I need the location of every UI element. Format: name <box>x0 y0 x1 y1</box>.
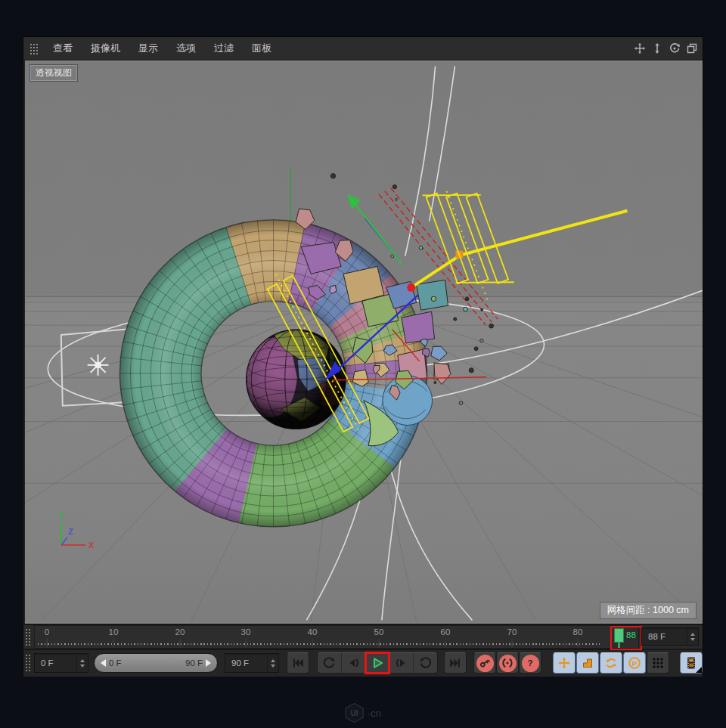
goto-end-icon <box>448 656 462 670</box>
tick-label: 0 <box>45 627 49 637</box>
watermark: UI ·cn <box>0 703 726 723</box>
timeline-ruler[interactable]: 0 10 20 30 40 50 60 70 80 88 <box>34 625 639 649</box>
transport-bar: 0 F 0 F 90 F 90 F <box>23 650 703 677</box>
watermark-badge: UI <box>346 704 364 722</box>
pan-view-icon[interactable] <box>634 42 646 54</box>
goto-start-icon <box>291 656 305 670</box>
playhead-frame-number: 88 <box>626 630 636 640</box>
menu-filter[interactable]: 过滤 <box>205 42 243 55</box>
range-right-arrow-icon[interactable] <box>206 659 211 667</box>
tick-label: 60 <box>441 627 451 637</box>
autokey-icon <box>501 656 514 670</box>
sphere-object[interactable] <box>247 330 346 429</box>
record-keyframe-button[interactable] <box>473 652 496 674</box>
viewport-panel-window: 查看 摄像机 显示 选项 过滤 面板 <box>23 36 703 675</box>
svg-text:P: P <box>632 659 638 668</box>
current-frame-value: 88 F <box>642 632 687 641</box>
play-button[interactable] <box>366 653 390 673</box>
goto-start-button[interactable] <box>287 652 309 674</box>
range-end-field[interactable]: 90 F <box>225 653 279 673</box>
tick-label: 70 <box>507 627 517 637</box>
toggle-viewport-icon[interactable] <box>686 42 698 54</box>
range-end-spinner[interactable] <box>267 654 278 672</box>
scale-icon <box>581 656 594 670</box>
range-slider-start: 0 F <box>109 658 122 668</box>
range-start-value: 0 F <box>35 658 76 668</box>
prev-key-icon <box>322 656 336 670</box>
play-icon <box>371 656 384 670</box>
key-point-level-toggle[interactable] <box>647 652 669 674</box>
timeline: 0 10 20 30 40 50 60 70 80 88 88 F <box>23 625 703 649</box>
axis-y-label: Y <box>58 510 64 519</box>
goto-end-button[interactable] <box>444 652 467 674</box>
keying-options-button[interactable]: ? <box>519 652 541 674</box>
tick-label: 50 <box>374 627 384 637</box>
screen: { "menu": { "items": ["查看", "摄像机", "显示",… <box>0 0 726 728</box>
ruler-ticks <box>38 643 602 645</box>
tick-label: 20 <box>175 627 185 637</box>
grid-spacing-label: 网格间距 : 1000 cm <box>600 602 697 619</box>
axis-z-label: Z <box>68 527 73 536</box>
goto-next-key-button[interactable] <box>414 653 437 673</box>
menu-options[interactable]: 选项 <box>167 42 205 55</box>
view-label[interactable]: 透视视图 <box>29 64 78 82</box>
range-start-spinner[interactable] <box>76 654 88 672</box>
tick-label: 30 <box>241 627 251 637</box>
position-icon <box>557 656 571 670</box>
tick-label: 40 <box>308 627 318 637</box>
dolly-view-icon[interactable] <box>651 42 663 54</box>
viewport-menubar: 查看 摄像机 显示 选项 过滤 面板 <box>23 37 703 60</box>
watermark-hex-icon: UI <box>345 703 365 723</box>
rotation-icon <box>604 656 618 670</box>
point-level-icon <box>651 656 665 670</box>
key-scale-toggle[interactable] <box>576 652 599 674</box>
range-start-field[interactable]: 0 F <box>34 653 88 673</box>
next-frame-icon <box>395 656 408 670</box>
frame-spinner[interactable] <box>687 628 698 645</box>
goto-prev-frame-button[interactable] <box>342 653 366 673</box>
playback-group <box>317 652 438 674</box>
next-key-icon <box>419 656 433 670</box>
autokey-button[interactable] <box>496 652 519 674</box>
watermark-suffix: ·cn <box>368 708 382 719</box>
film-strip-button[interactable] <box>680 652 703 674</box>
orbit-view-icon[interactable] <box>669 42 681 54</box>
range-left-arrow-icon[interactable] <box>101 659 106 667</box>
axis-x-label: X <box>88 541 95 550</box>
parameter-icon: P <box>628 656 641 670</box>
question-icon: ? <box>523 656 537 670</box>
scene-canvas <box>25 60 703 624</box>
axis-gizmo: Y X Z <box>48 510 96 554</box>
timeline-grip[interactable] <box>25 628 32 646</box>
current-frame-field[interactable]: 88 F <box>641 627 699 646</box>
menubar-grip[interactable] <box>29 43 39 54</box>
tick-label: 10 <box>109 627 119 637</box>
tick-label: 80 <box>573 627 583 637</box>
key-parameter-toggle[interactable]: P <box>623 652 646 674</box>
range-slider-end: 90 F <box>185 658 203 668</box>
playhead[interactable] <box>614 628 624 643</box>
goto-prev-key-button[interactable] <box>318 653 342 673</box>
svg-text:?: ? <box>527 658 532 668</box>
viewport-3d[interactable]: 透视视图 网格间距 : 1000 cm Y X Z <box>25 60 703 624</box>
menu-display[interactable]: 显示 <box>129 42 167 55</box>
key-icon <box>478 656 492 670</box>
transport-grip[interactable] <box>25 654 32 673</box>
prev-frame-icon <box>346 656 360 670</box>
corner-flag <box>696 667 702 673</box>
red-handle[interactable] <box>407 283 415 292</box>
menu-panel[interactable]: 面板 <box>243 42 281 55</box>
range-end-value: 90 F <box>225 658 267 668</box>
preview-range-slider[interactable]: 0 F 90 F <box>94 653 218 673</box>
menu-view[interactable]: 查看 <box>44 42 82 55</box>
key-rotation-toggle[interactable] <box>600 652 622 674</box>
key-position-toggle[interactable] <box>553 652 576 674</box>
menu-camera[interactable]: 摄像机 <box>82 42 129 55</box>
goto-next-frame-button[interactable] <box>389 653 414 673</box>
